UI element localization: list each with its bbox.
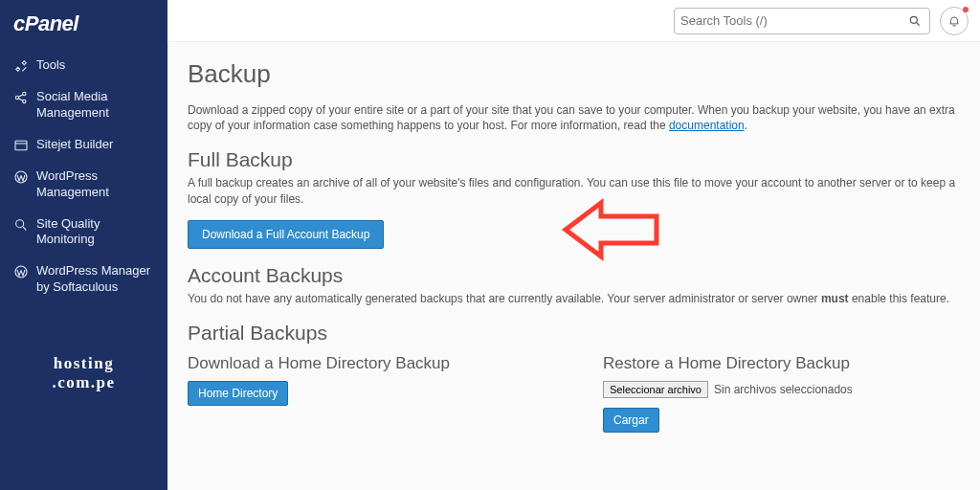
page-title: Backup (188, 59, 961, 89)
sidebar-nav: Tools Social Media Management Sitejet Bu… (0, 46, 167, 307)
partial-backups-heading: Partial Backups (188, 322, 961, 345)
upload-button[interactable]: Cargar (603, 408, 659, 433)
wordpress-icon (13, 169, 29, 185)
sidebar-item-label: Sitejet Builder (36, 137, 113, 153)
content: Backup Download a zipped copy of your en… (167, 42, 980, 490)
sidebar-item-label: WordPress Management (36, 168, 154, 201)
svg-point-5 (16, 219, 24, 227)
notifications-button[interactable] (940, 7, 969, 35)
search-wrap (674, 8, 930, 34)
documentation-link[interactable]: documentation (669, 119, 745, 132)
main: Backup Download a zipped copy of your en… (167, 0, 980, 490)
sidebar-item-site-quality[interactable]: Site Quality Monitoring (0, 209, 167, 256)
cpanel-logo: cPanel (0, 0, 167, 46)
search-icon (908, 14, 922, 28)
full-backup-heading: Full Backup (188, 148, 961, 171)
sidebar-item-label: Site Quality Monitoring (36, 216, 154, 249)
sidebar-item-sitejet[interactable]: Sitejet Builder (0, 129, 167, 161)
download-home-column: Download a Home Directory Backup Home Di… (188, 348, 546, 433)
account-backups-desc: You do not have any automatically genera… (188, 291, 961, 306)
restore-home-column: Restore a Home Directory Backup Seleccio… (603, 348, 961, 433)
svg-rect-3 (15, 141, 27, 149)
file-none-label: Sin archivos seleccionados (714, 383, 853, 396)
annotation-arrow-icon (561, 195, 666, 268)
home-directory-button[interactable]: Home Directory (188, 381, 288, 406)
magnifier-icon (13, 217, 29, 233)
sidebar-item-wp-management[interactable]: WordPress Management (0, 161, 167, 209)
file-select-button[interactable]: Seleccionar archivo (603, 381, 708, 398)
sidebar: cPanel Tools Social Media Management Sit… (0, 0, 167, 490)
restore-home-heading: Restore a Home Directory Backup (603, 354, 961, 373)
sidebar-item-label: Tools (36, 57, 65, 74)
sidebar-item-social-media[interactable]: Social Media Management (0, 81, 167, 129)
download-home-heading: Download a Home Directory Backup (188, 354, 546, 373)
svg-point-7 (910, 16, 917, 23)
sidebar-item-wp-manager-softaculous[interactable]: WordPress Manager by Softaculous (0, 256, 167, 303)
sidebar-item-label: WordPress Manager by Softaculous (36, 263, 154, 296)
bell-icon (947, 14, 961, 28)
window-icon (13, 138, 29, 153)
intro-text: Download a zipped copy of your entire si… (188, 102, 961, 133)
topbar (167, 0, 980, 42)
notification-dot-icon (963, 7, 969, 12)
wrench-icon (13, 58, 29, 74)
sidebar-item-tools[interactable]: Tools (0, 50, 167, 81)
download-full-backup-button[interactable]: Download a Full Account Backup (188, 220, 384, 249)
sidebar-brand: hosting .com.pe (0, 350, 167, 396)
share-icon (13, 90, 29, 105)
sidebar-item-label: Social Media Management (36, 89, 154, 122)
wordpress-icon (13, 264, 29, 279)
search-input[interactable] (680, 13, 908, 28)
